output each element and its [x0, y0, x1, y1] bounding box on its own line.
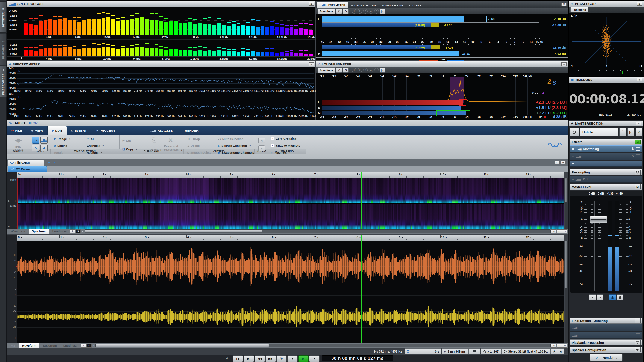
preset-5-button[interactable]: 5 — [374, 68, 379, 72]
zoom-fit-icon[interactable]: ▭ — [562, 230, 568, 233]
ribbon-tab-analyze[interactable]: ▁▄▆ANALYZE — [146, 126, 177, 135]
final-effect-slot-2[interactable]: ▁▃▅ — [570, 332, 642, 339]
smooth-delete-button[interactable]: ✕Smooth Delete — [187, 151, 212, 154]
paste-crossfade-button[interactable]: Paste and — [164, 145, 178, 148]
pane-sync-icon[interactable]: ⇅ — [76, 230, 81, 233]
zoom-out-icon[interactable]: ⊟ — [557, 344, 562, 348]
pane-menu-icon[interactable]: ≣ — [560, 161, 566, 164]
panel-menu-icon[interactable]: ≣ — [562, 62, 566, 66]
ribbon-tab-view[interactable]: ◉VIEW — [27, 126, 48, 135]
checkbox-icon[interactable]: ✓ — [271, 144, 274, 147]
scroll-left-icon[interactable]: ◂ — [93, 344, 94, 347]
final-effects-section-header[interactable]: Final Effects / Dithering ∷ — [570, 318, 642, 324]
link-faders-icon[interactable]: ∞ — [596, 295, 604, 301]
render-button[interactable]: Ɔ→ Render — [590, 354, 622, 361]
resampling-slot[interactable]: » ▁▃▅ Off — [570, 176, 642, 183]
ribbon-tab-insert[interactable]: ⊏INSERT — [67, 126, 91, 135]
waveform-time-ruler[interactable]: 0 s1 s2 s3 s4 s5 s6 s7 s8 s9 s10 s11 s12… — [17, 235, 564, 241]
fader-track[interactable] — [594, 201, 595, 292]
reset-icon[interactable]: ↻ — [343, 8, 348, 14]
master-section-header[interactable]: ★ MASTERSECTION ≣ — [569, 120, 643, 126]
collapse-section-icon[interactable]: ⊟ — [634, 184, 640, 189]
reset-master-icon[interactable]: |← — [628, 128, 634, 136]
delete-button[interactable]: ◪Delete — [187, 144, 200, 148]
master-level-section-header[interactable]: Master Level ⊟ — [570, 184, 642, 190]
time-selection-tool[interactable]: ▭ — [32, 137, 40, 144]
reset-icon[interactable]: ↻ — [343, 67, 348, 73]
horizontal-scrollbar[interactable] — [84, 230, 551, 233]
view-tab-loudness[interactable]: Loudness — [49, 229, 70, 234]
file-length-cell[interactable]: ⊫1 mn 949 ms — [442, 349, 468, 355]
master-fader-handle[interactable] — [598, 216, 607, 223]
spectrogram-scrollbar-vertical[interactable] — [565, 178, 568, 229]
spectrum-tool[interactable]: ▁▆▃ — [40, 137, 48, 144]
pencil-tool[interactable]: ✎ — [32, 145, 40, 151]
star-drop-icon[interactable]: ★⌄ — [553, 350, 557, 354]
final-effect-slot-1[interactable]: ▁▃▅ — [570, 324, 642, 331]
speaker-icon[interactable] — [634, 347, 640, 352]
bypass-icon[interactable] — [636, 147, 640, 151]
dropdown-icon[interactable]: ▼ — [100, 152, 102, 154]
regions-button[interactable]: Regions▼ — [87, 151, 102, 154]
crop-button[interactable]: ⊣⊢Crop — [187, 137, 200, 141]
meter-tab-wavescope[interactable]: ∿WAVESCOPE — [380, 2, 406, 8]
rail-tab-bitmeter[interactable]: ▦BITMETER — [0, 1, 7, 32]
add-tab-button[interactable]: + — [48, 160, 50, 164]
tab-list-dropdown-icon[interactable]: ▼ — [53, 161, 55, 164]
checkbox-icon[interactable]: ✓ — [271, 137, 274, 140]
speaker-configuration-header[interactable]: Speaker Configuration — [570, 347, 642, 353]
pane-layout-icon[interactable]: ❐ — [554, 161, 560, 164]
star-icon[interactable]: ★ — [559, 350, 562, 353]
preset-3-button[interactable]: 3 — [363, 9, 368, 13]
file-start-label[interactable]: File Start — [599, 114, 612, 117]
meter-tab-oscilloscope[interactable]: ✛OSCILLOSCOPE — [348, 2, 379, 8]
waveform-view[interactable] — [17, 241, 564, 343]
functions-button[interactable]: Functions — [570, 7, 588, 12]
view-tab-waveform[interactable]: Waveform — [19, 343, 40, 348]
paste-button[interactable]: Paste▼ — [150, 148, 162, 152]
preset-1-button[interactable]: 1 — [352, 9, 356, 13]
ribbon-tab-edit[interactable]: ℯEDIT — [48, 126, 67, 135]
apply-check-icon[interactable]: ☑ — [636, 128, 642, 136]
view-tab-waveform[interactable]: Waveform — [8, 229, 28, 234]
effects-section-header[interactable]: Effects -□- — [570, 139, 642, 145]
silence-generator-button[interactable]: ⊔Silence Generator▼ — [218, 144, 251, 148]
zoom-fit-icon[interactable]: ▭ — [562, 344, 568, 348]
preset-3-button[interactable]: 3 — [363, 68, 368, 72]
annotation-button[interactable] — [468, 349, 480, 355]
play-button[interactable]: ▶ — [298, 355, 308, 362]
meter-tab-tasks[interactable]: ✔TASKS — [406, 2, 424, 8]
toggle-button[interactable]: Toggle — [54, 151, 63, 154]
rail-tab-filebrowser[interactable]: ≡FILEBROWSER — [0, 66, 7, 97]
channels-button[interactable]: Channels▼ — [87, 144, 104, 148]
dropdown-icon[interactable]: ▼ — [102, 145, 104, 147]
timecode-header[interactable]: ▣ TIMECODE ≣ — [569, 77, 644, 83]
pane-options-icon[interactable]: ☑ — [81, 344, 86, 348]
dropdown-icon[interactable]: ▼ — [180, 149, 182, 151]
ribbon-tab-file[interactable]: WFILE — [7, 126, 27, 135]
view-tab-spectrum[interactable]: Spectrum — [28, 229, 49, 234]
pane-sync-icon[interactable]: ⇅ — [86, 344, 92, 348]
stop-button[interactable]: ■ — [287, 355, 298, 362]
file-group-tab[interactable]: File Group — [8, 160, 44, 166]
functions-button[interactable]: Functions — [318, 8, 335, 14]
dithering-grid-icon[interactable]: ∷ — [634, 318, 640, 323]
panel-menu-icon[interactable]: ≣ — [637, 2, 642, 5]
zoom-out-icon[interactable]: ⊟ — [557, 230, 562, 233]
resampling-section-header[interactable]: Resampling — [570, 169, 642, 175]
dropdown-icon[interactable]: ▼ — [136, 148, 138, 150]
loudnessmeter-header[interactable]: ⟋ LOUDNESSMETER ≣ — [316, 61, 568, 67]
ribbon-tab-process[interactable]: ⚙PROCESS — [91, 126, 120, 135]
loop-button[interactable]: ↻ — [276, 355, 287, 362]
playback-processing-header[interactable]: Playback Processing — [570, 340, 642, 346]
effect-slot-empty[interactable]: ≡ ▁▃▅ S — [570, 153, 642, 160]
audition-tool[interactable]: ◀) — [40, 145, 48, 151]
rewind-button[interactable]: ◀◀ — [254, 355, 265, 362]
effects-chain-icon[interactable]: -□- — [635, 140, 640, 144]
zero-crossing-checkbox[interactable]: ✓Zero-Crossing — [271, 137, 296, 140]
panel-menu-icon[interactable]: ≣ — [636, 122, 642, 125]
record-button[interactable]: ● — [309, 355, 320, 362]
smart-bypass-icon[interactable]: ⌒ — [619, 128, 626, 136]
panel-menu-icon[interactable]: ≣ — [637, 78, 642, 81]
scrollbar-handle[interactable] — [96, 344, 269, 347]
